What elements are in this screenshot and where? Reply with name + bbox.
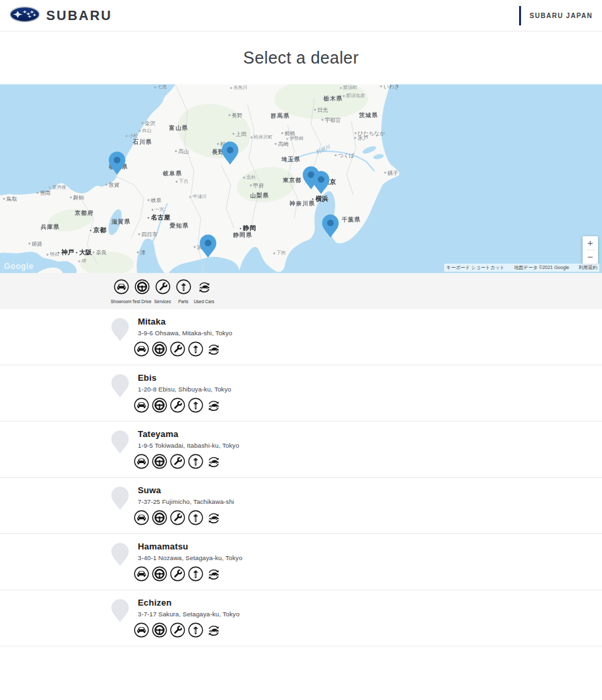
parts-icon	[176, 279, 191, 297]
legend-label: Used Cars	[194, 299, 215, 304]
dealer-info: Echizen3-7-17 Sakura, Setagaya-ku, Tokyo	[0, 590, 602, 640]
dealer-address: 1-20-8 Ebisu, Shibuya-ku, Tokyo	[138, 385, 602, 393]
dealer-info: Mitaka3-9-6 Ohsawa, Mitaka-shi, Tokyo	[0, 309, 602, 359]
used-cars-icon	[206, 510, 221, 528]
region-selector: SUBARU JAPAN	[519, 6, 593, 25]
dealer-info: Tateyama1-9-5 Tokiwadai, Itabashi-ku, To…	[0, 422, 602, 472]
dealer-row-ebis[interactable]: Ebis1-20-8 Ebisu, Shibuya-ku, Tokyo	[0, 365, 602, 422]
test-drive-icon	[152, 398, 167, 416]
legend-label: Test Drive	[132, 299, 152, 304]
zoom-in-button[interactable]: +	[583, 236, 598, 250]
legend-item-showroom: Showroom	[113, 279, 129, 304]
legend-item-test-drive: Test Drive	[134, 279, 150, 304]
showroom-icon	[134, 566, 149, 584]
test-drive-icon	[152, 622, 167, 640]
parts-icon	[188, 398, 203, 416]
used-cars-icon	[206, 398, 221, 416]
title-section: Select a dealer	[0, 31, 602, 84]
subaru-logo-link[interactable]: SUBARU	[9, 6, 112, 25]
services-legend: Showroom Test Drive Services Parts Used …	[0, 273, 602, 309]
google-watermark: Google	[4, 262, 33, 271]
location-pin-icon	[110, 373, 130, 401]
map-attribution: キーボード ショートカット 地図データ ©2021 Google 利用規約	[444, 264, 599, 272]
dealer-name: Tateyama	[138, 429, 602, 439]
test-drive-icon	[152, 454, 167, 472]
dealer-address: 3-9-6 Ohsawa, Mitaka-shi, Tokyo	[138, 329, 602, 337]
used-cars-icon	[197, 279, 212, 297]
dealer-row-mitaka[interactable]: Mitaka3-9-6 Ohsawa, Mitaka-shi, Tokyo	[0, 309, 602, 365]
services-icon	[155, 279, 171, 297]
region-accent-bar	[519, 6, 521, 25]
location-pin-icon	[110, 317, 130, 345]
showroom-icon	[134, 398, 149, 416]
showroom-icon	[134, 341, 149, 359]
dealer-row-echizen[interactable]: Echizen3-7-17 Sakura, Setagaya-ku, Tokyo	[0, 590, 602, 646]
showroom-icon	[114, 279, 129, 297]
parts-icon	[188, 622, 203, 640]
keyboard-shortcuts-link[interactable]: キーボード ショートカット	[446, 264, 504, 271]
services-icon	[170, 398, 185, 416]
parts-icon	[188, 510, 203, 528]
dealer-info: Ebis1-20-8 Ebisu, Shibuya-ku, Tokyo	[0, 365, 602, 416]
used-cars-icon	[206, 622, 221, 640]
legend-label: Services	[155, 299, 171, 304]
location-pin-icon	[110, 430, 130, 457]
dealer-address: 1-9-5 Tokiwadai, Itabashi-ku, Tokyo	[138, 442, 602, 449]
parts-icon	[188, 341, 203, 359]
dealer-info: Suwa7-37-25 Fujimicho, Tachikawa-shi	[0, 478, 602, 528]
dealer-name: Hamamatsu	[138, 541, 602, 551]
dealer-map-pin[interactable]	[108, 151, 126, 175]
location-pin-icon	[110, 542, 130, 570]
dealer-info: Hamamatsu3-40-1 Nozawa, Setagaya-ku, Tok…	[0, 534, 602, 584]
dealer-name: Suwa	[138, 485, 602, 495]
dealer-map-pin[interactable]	[312, 170, 330, 195]
legend-label: Showroom	[110, 299, 131, 304]
services-icon	[170, 622, 185, 640]
dealer-address: 3-40-1 Nozawa, Setagaya-ku, Tokyo	[138, 554, 602, 561]
map-geography	[0, 84, 602, 273]
dealer-service-icons	[134, 398, 602, 416]
services-icon	[170, 510, 185, 528]
map-data-copyright: 地図データ ©2021 Google	[514, 264, 569, 271]
dealer-name: Mitaka	[138, 317, 602, 327]
header: SUBARU SUBARU JAPAN	[0, 0, 602, 31]
brand-wordmark: SUBARU	[46, 8, 112, 23]
dealer-address: 3-7-17 Sakura, Setagaya-ku, Tokyo	[138, 610, 602, 618]
dealer-map-pin[interactable]	[221, 141, 239, 165]
dealer-service-icons	[134, 510, 602, 528]
location-pin-icon	[110, 598, 130, 626]
legend-item-parts: Parts	[175, 279, 191, 304]
dealer-service-icons	[134, 566, 602, 584]
test-drive-icon	[152, 341, 167, 359]
parts-icon	[188, 454, 203, 472]
services-icon	[170, 454, 185, 472]
page-title: Select a dealer	[243, 48, 359, 68]
showroom-icon	[134, 510, 149, 528]
used-cars-icon	[206, 341, 221, 359]
dealer-address: 7-37-25 Fujimicho, Tachikawa-shi	[138, 498, 602, 505]
dealer-map-pin[interactable]	[321, 213, 340, 238]
dealer-row-suwa[interactable]: Suwa7-37-25 Fujimicho, Tachikawa-shi	[0, 478, 602, 534]
subaru-logo-icon	[9, 6, 40, 25]
zoom-out-button[interactable]: −	[583, 250, 598, 264]
showroom-icon	[134, 454, 149, 472]
used-cars-icon	[206, 454, 221, 472]
dealer-map[interactable]: 七尾金沢白山小松石川県福井県敦賀鳥取豊岡京丹後舞鶴京都府兵庫県姫路明石神戸大阪堺…	[0, 84, 602, 273]
map-zoom-control: + −	[583, 236, 598, 264]
test-drive-icon	[152, 566, 167, 584]
dealer-service-icons	[134, 622, 602, 640]
terms-link[interactable]: 利用規約	[579, 264, 597, 271]
dealer-name: Echizen	[138, 598, 602, 608]
services-icon	[170, 341, 185, 359]
dealer-map-pin[interactable]	[199, 234, 217, 258]
test-drive-icon	[152, 510, 167, 528]
test-drive-icon	[134, 279, 150, 297]
legend-label: Parts	[178, 299, 188, 304]
legend-item-used-cars: Used Cars	[196, 279, 212, 304]
location-pin-icon	[110, 486, 130, 513]
region-label: SUBARU JAPAN	[530, 12, 593, 19]
showroom-icon	[134, 622, 149, 640]
dealer-row-tateyama[interactable]: Tateyama1-9-5 Tokiwadai, Itabashi-ku, To…	[0, 422, 602, 478]
dealer-row-hamamatsu[interactable]: Hamamatsu3-40-1 Nozawa, Setagaya-ku, Tok…	[0, 534, 602, 590]
dealer-list: Mitaka3-9-6 Ohsawa, Mitaka-shi, Tokyo Eb…	[0, 309, 602, 646]
